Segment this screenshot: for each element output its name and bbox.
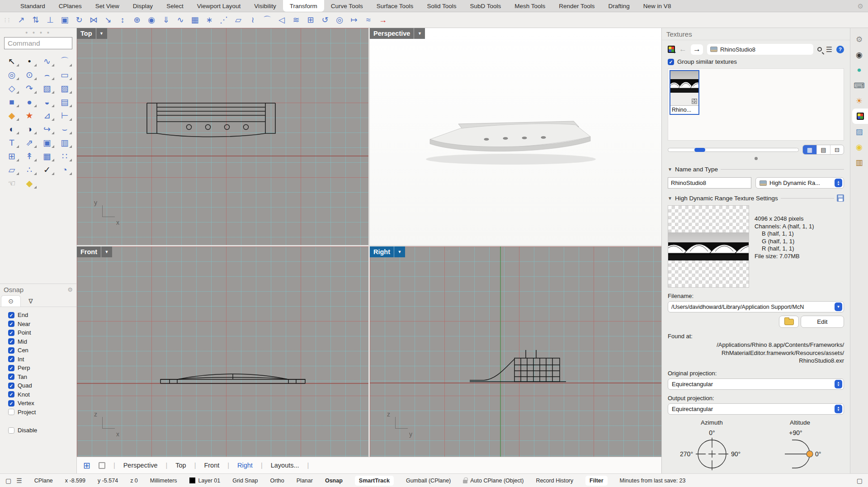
chevron-down-icon[interactable]: ▼ [414, 31, 425, 36]
list-icon[interactable]: ☰ [16, 477, 22, 484]
solid-edit-icon[interactable]: ⊞ [3, 150, 21, 163]
menu-item[interactable]: Display [126, 0, 160, 12]
menubar-gear-icon[interactable]: ⚙ [858, 2, 863, 10]
transform-red-arrow-icon[interactable]: → [377, 14, 389, 26]
osnap-option[interactable]: Cen [8, 346, 76, 355]
nudge-icon[interactable]: ⇅ [30, 14, 42, 26]
viewport-right[interactable]: Right ▼ z y [370, 246, 661, 457]
forward-arrow-icon[interactable]: → [691, 44, 703, 55]
fillet-icon[interactable]: ↪ [38, 123, 56, 136]
panel-toggle-icon[interactable]: ▢ [857, 477, 863, 484]
menu-item[interactable]: Standard [14, 0, 52, 12]
four-viewports-icon[interactable]: ⊞ [83, 460, 90, 471]
menu-item[interactable]: SubD Tools [463, 0, 508, 12]
viewport-tab[interactable]: Right [237, 462, 253, 469]
copy-icon[interactable]: ▣ [38, 136, 56, 149]
array-icon[interactable]: ▦ [189, 14, 201, 26]
status-toggle[interactable]: Minutes from last save: 23 [620, 478, 686, 484]
search-icon[interactable] [817, 47, 822, 52]
viewport-right-label[interactable]: Right ▼ [370, 246, 405, 257]
menu-item[interactable]: Solid Tools [420, 0, 463, 12]
extrude-icon[interactable]: ↟ [21, 150, 38, 163]
back-arrow-icon[interactable]: ← [679, 45, 687, 54]
osnap-disable[interactable]: Disable [8, 426, 76, 435]
check-icon[interactable]: ✓ [38, 163, 56, 176]
osnap-option[interactable]: Tan [8, 373, 76, 382]
viewport-tab[interactable]: Perspective [123, 462, 158, 469]
name-and-type-section[interactable]: ▼ Name and Type [668, 166, 844, 173]
mirror-icon[interactable]: ▥ [56, 136, 74, 149]
grab-hand-icon[interactable]: ☜ [3, 177, 21, 190]
osnap-option[interactable]: Project [8, 408, 76, 417]
help-icon[interactable]: ? [836, 46, 844, 53]
list-view-icon[interactable]: ▤ [816, 145, 830, 154]
arc-icon[interactable]: ⌢ [38, 68, 56, 81]
panel-tab[interactable]: ● [850, 62, 868, 78]
status-toggle[interactable]: Osnap [325, 478, 343, 484]
new-texture-icon[interactable] [668, 46, 675, 53]
osnap-gear-icon[interactable]: ⚙ [67, 286, 73, 293]
texture-path-field[interactable]: RhinoStudio8 [707, 44, 813, 55]
units-indicator[interactable]: Millimeters [150, 478, 177, 484]
checkbox[interactable] [8, 321, 14, 327]
collapse-chevron-icon[interactable]: ▼ [668, 167, 672, 172]
texture-item[interactable]: Rhino... [670, 70, 699, 115]
sphere-icon[interactable]: ● [21, 95, 38, 109]
explode-icon[interactable]: ★ [21, 109, 38, 122]
move-icon[interactable]: ↗ [15, 14, 27, 26]
menu-item[interactable]: Curve Tools [324, 0, 370, 12]
checkbox[interactable] [8, 391, 14, 397]
splop-icon[interactable]: ◎ [334, 14, 345, 26]
stretch-icon[interactable]: ↦ [348, 14, 360, 26]
texture-name-input[interactable] [668, 177, 751, 189]
osnap-option[interactable]: Mid [8, 337, 76, 346]
text-icon[interactable]: T [3, 136, 21, 149]
original-projection-select[interactable]: Equirectangular ▲▼ [668, 378, 844, 390]
smooth-icon[interactable]: ≈ [363, 14, 374, 26]
menu-item[interactable]: Render Tools [552, 0, 601, 12]
box-icon[interactable]: ■ [3, 95, 21, 109]
cage-edit-icon[interactable]: ⊞ [305, 14, 316, 26]
panel-tab[interactable]: ⌨ [850, 78, 868, 93]
checkbox[interactable] [8, 356, 14, 362]
mirror-icon[interactable]: ⋈ [88, 14, 99, 26]
pointer-icon[interactable]: ↖ [3, 55, 21, 68]
panel-tab[interactable]: ◉ [850, 47, 868, 62]
menu-item[interactable]: Visibility [247, 0, 283, 12]
checkbox[interactable] [8, 330, 14, 336]
osnap-option[interactable]: Perp [8, 364, 76, 373]
panel-tab[interactable]: ▥ [850, 155, 868, 170]
curve-blend-icon[interactable]: ↷ [21, 82, 38, 95]
move-scale-icon[interactable]: ⇗ [21, 136, 38, 149]
viewport-front-label[interactable]: Front ▼ [77, 246, 112, 257]
checkbox[interactable] [8, 338, 14, 345]
status-toggle[interactable]: Record History [536, 478, 573, 484]
panel-tab[interactable]: ▨ [850, 124, 868, 139]
chevron-down-icon[interactable]: ▼ [96, 31, 107, 36]
unroll-icon[interactable]: ▱ [3, 163, 21, 176]
status-toggle[interactable]: Gumball (CPlane) [406, 478, 451, 484]
output-projection-select[interactable]: Equirectangular ▲▼ [668, 403, 844, 415]
orient-icon[interactable]: ⊕ [131, 14, 143, 26]
osnap-option[interactable]: End [8, 311, 76, 320]
panel-tab[interactable]: ⚙ [850, 32, 868, 47]
viewport-front[interactable]: Front ▼ z x [77, 246, 368, 457]
trim-icon[interactable]: ⊿ [38, 109, 56, 122]
status-toggle[interactable]: Planar [297, 478, 313, 484]
osnap-option[interactable]: Int [8, 355, 76, 364]
toolbar-drag-handle[interactable]: ⋮⋮ [3, 17, 10, 23]
cplane-indicator[interactable]: CPlane [34, 478, 53, 484]
browse-folder-button[interactable] [779, 316, 799, 328]
project-icon[interactable]: ⇓ [160, 14, 172, 26]
osnap-option[interactable]: Near [8, 320, 76, 329]
status-toggle[interactable]: Filter [585, 476, 608, 486]
align-icon[interactable]: ⊥ [44, 14, 56, 26]
menu-item[interactable]: Select [160, 0, 190, 12]
azimuth-dial[interactable]: 0° 270° 90° 180° [668, 426, 756, 474]
twist-icon[interactable]: ≀ [247, 14, 259, 26]
hdr-settings-section[interactable]: ▼ High Dynamic Range Texture Settings [668, 194, 844, 202]
checkbox[interactable] [8, 347, 14, 354]
surface-curved-icon[interactable]: ▨ [56, 82, 74, 95]
texture-type-select[interactable]: High Dynamic Ra... ▲▼ [755, 177, 844, 189]
status-toggle[interactable]: Grid Snap [232, 478, 258, 484]
